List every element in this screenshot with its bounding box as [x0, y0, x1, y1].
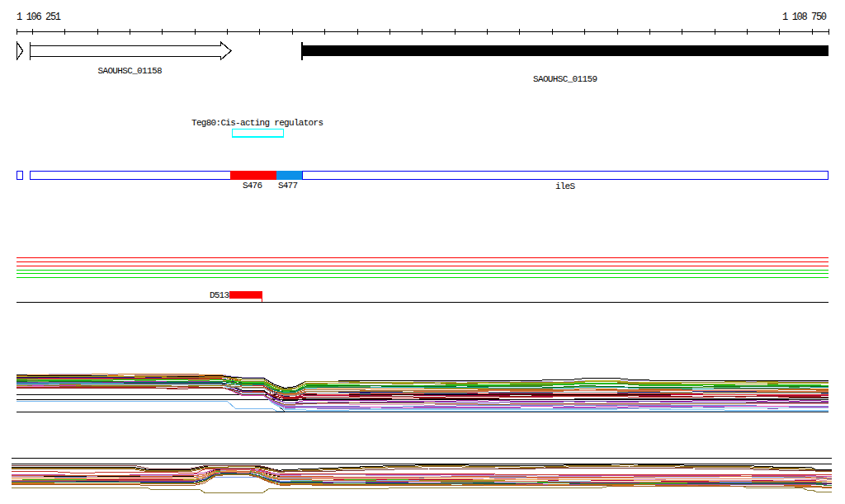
svg-text:ileS: ileS [555, 181, 575, 191]
svg-text:SAOUHSC_01158: SAOUHSC_01158 [98, 66, 163, 76]
svg-text:SAOUHSC_01159: SAOUHSC_01159 [533, 74, 597, 84]
svg-text:S476: S476 [243, 181, 262, 191]
svg-text:D513: D513 [210, 290, 229, 300]
svg-text:S477: S477 [278, 181, 298, 191]
svg-text:Teg80:Cis-acting regulators: Teg80:Cis-acting regulators [191, 118, 323, 128]
svg-text:1 106 251: 1 106 251 [17, 12, 61, 23]
svg-text:1 108 750: 1 108 750 [782, 12, 827, 23]
